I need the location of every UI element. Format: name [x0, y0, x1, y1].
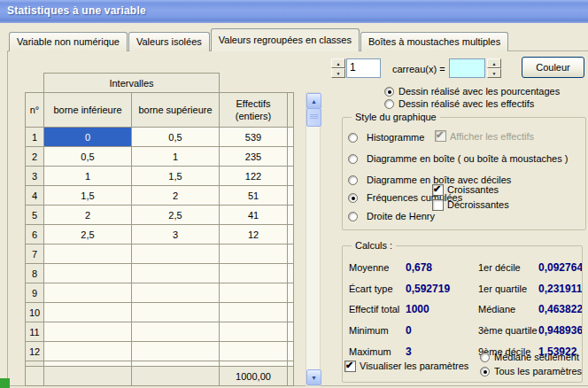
spinner-up-icon[interactable]: ▲: [331, 58, 345, 68]
decroissantes-checkbox[interactable]: [432, 199, 444, 211]
table-cell[interactable]: 1: [44, 167, 132, 186]
stat-row: 1er quartile0,231911: [478, 278, 582, 299]
table-cell[interactable]: [44, 283, 132, 303]
table-cell[interactable]: 2,5: [44, 225, 132, 244]
tab-3[interactable]: Boîtes à moustaches multiples: [360, 32, 508, 51]
row-number-cell: 11: [26, 322, 44, 342]
stat-value: 3: [406, 345, 482, 358]
table-cell[interactable]: 0,5: [44, 147, 132, 167]
radio-draw-counts-label[interactable]: Dessin réalisé avec les effectifs: [398, 98, 534, 110]
tab-0[interactable]: Variable non numérique: [9, 32, 128, 51]
table-cell[interactable]: 2,5: [132, 206, 220, 225]
stat-label: Médiane: [478, 304, 538, 314]
table-cell-spacer: [288, 167, 294, 186]
radio-histogramme-label[interactable]: Histogramme: [367, 132, 424, 144]
table-cell[interactable]: [44, 342, 132, 361]
stat-label: 1er quartile: [478, 283, 538, 294]
visualiser-parametres-label[interactable]: Visualiser les paramètres: [360, 361, 468, 372]
table-group-header: Intervalles: [44, 74, 220, 93]
scrollbar-thumb[interactable]: [306, 108, 321, 127]
table-cell[interactable]: 235: [220, 147, 288, 167]
table-cell[interactable]: [220, 283, 288, 303]
table-cell[interactable]: [44, 264, 132, 283]
radio-draw-percentages[interactable]: [384, 87, 394, 97]
radio-droite-henry-label[interactable]: Droite de Henry: [367, 211, 435, 222]
scroll-up-icon[interactable]: ▲: [306, 93, 321, 109]
table-cell-spacer: [288, 186, 294, 206]
couleur-button[interactable]: Couleur: [522, 57, 584, 78]
table-cell[interactable]: [44, 322, 132, 342]
table-cell[interactable]: [44, 244, 132, 264]
table-cell-spacer: [288, 206, 294, 225]
radio-mediane-seulement[interactable]: [480, 353, 490, 362]
spinner-up-icon[interactable]: ▲: [487, 58, 501, 68]
table-cell[interactable]: 1,5: [44, 186, 132, 206]
visualiser-parametres-checkbox[interactable]: [344, 361, 356, 372]
stat-label: Maximum: [349, 346, 406, 357]
radio-boite-deciles[interactable]: [348, 175, 358, 185]
radio-mediane-seulement-label[interactable]: Médiane seulement: [494, 352, 579, 363]
spinner-down-icon[interactable]: ▼: [331, 68, 345, 78]
color-value-input[interactable]: [449, 58, 485, 78]
afficher-effectifs-checkbox: [435, 130, 446, 142]
table-cell[interactable]: 122: [220, 167, 288, 186]
radio-draw-counts[interactable]: [384, 99, 394, 109]
spinner-down-icon[interactable]: ▼: [487, 68, 501, 78]
table-cell[interactable]: 0: [44, 128, 132, 147]
calc-group-title: Calculs :: [352, 240, 396, 252]
croissantes-label[interactable]: Croissantes: [447, 184, 499, 196]
titlebar[interactable]: Statistiques à une variable: [0, 0, 588, 23]
table-cell[interactable]: [220, 264, 288, 283]
radio-boite-label[interactable]: Diagramme en boîte ( ou boîte à moustach…: [367, 153, 568, 165]
table-cell[interactable]: 3: [132, 225, 220, 244]
table-cell[interactable]: 0,5: [132, 128, 220, 147]
table-cell[interactable]: [132, 342, 220, 361]
tab-2[interactable]: Valeurs regroupées en classes: [211, 28, 360, 51]
table-cell[interactable]: [220, 303, 288, 322]
croissantes-checkbox[interactable]: [432, 184, 444, 196]
table-cell[interactable]: [220, 244, 288, 264]
table-cell[interactable]: 12: [220, 225, 288, 244]
table-cell[interactable]: 1: [132, 147, 220, 167]
table-cell[interactable]: 1,5: [132, 167, 220, 186]
footer-cell: [44, 367, 132, 386]
table-cell[interactable]: 539: [220, 128, 288, 147]
table-cell[interactable]: [44, 303, 132, 322]
table-cell[interactable]: [132, 244, 220, 264]
calc-right-column: 1er décile0,0927641er quartile0,231911Mé…: [478, 257, 582, 361]
table-cell[interactable]: 51: [220, 186, 288, 206]
table-cell[interactable]: [220, 342, 288, 361]
color-spinner[interactable]: ▲ ▼: [487, 58, 501, 78]
squares-spinner[interactable]: ▲ ▼: [331, 58, 345, 78]
radio-histogramme[interactable]: [348, 133, 358, 143]
table-cell[interactable]: [220, 322, 288, 342]
stat-row: Maximum3: [349, 341, 482, 362]
app-window: { "window": { "title": "Statistiques à u…: [0, 0, 588, 388]
table-cell[interactable]: [132, 303, 220, 322]
spacer-cell: [26, 74, 44, 93]
table-cell-spacer: [288, 225, 294, 244]
table-row: 41,5251: [26, 186, 294, 206]
radio-tous-parametres[interactable]: [480, 367, 490, 376]
row-number-cell: 8: [26, 264, 44, 283]
radio-boite[interactable]: [348, 154, 358, 164]
footer-cell: [26, 367, 44, 386]
stat-value: 0,948936: [538, 324, 582, 337]
radio-droite-henry[interactable]: [348, 212, 358, 221]
table-cell[interactable]: [132, 322, 220, 342]
radio-tous-parametres-label[interactable]: Tous les paramètres: [494, 366, 582, 377]
table-cell[interactable]: [132, 264, 220, 283]
table-cell[interactable]: 2: [132, 186, 220, 206]
table-cell[interactable]: 41: [220, 206, 288, 225]
table-scrollbar[interactable]: ▲ ▼: [306, 92, 321, 386]
radio-draw-percentages-label[interactable]: Dessin réalisé avec les pourcentages: [398, 86, 560, 97]
radio-frequences-cumulees[interactable]: [348, 193, 358, 203]
scroll-down-icon[interactable]: ▼: [306, 369, 321, 385]
tab-1[interactable]: Valeurs isolées: [128, 32, 210, 51]
table-cell-spacer: [288, 264, 294, 283]
squares-input[interactable]: 1: [346, 58, 381, 78]
table-cell[interactable]: [132, 283, 220, 303]
table-cell[interactable]: 2: [44, 206, 132, 225]
decroissantes-label[interactable]: Décroissantes: [447, 199, 509, 211]
stat-value: 0: [406, 324, 482, 337]
